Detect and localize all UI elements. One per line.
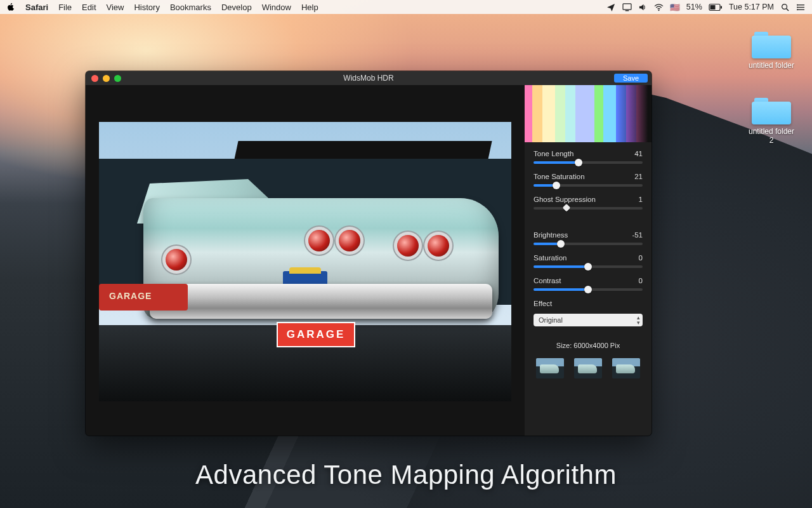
desktop-folder[interactable]: untitled folder (746, 28, 797, 70)
effect-control: Effect Original ▴▾ (534, 300, 643, 326)
menubar-app-name[interactable]: Safari (25, 3, 48, 12)
svg-point-2 (658, 10, 659, 11)
desktop-folder-label: untitled folder (746, 61, 797, 70)
svg-rect-1 (625, 10, 629, 11)
slider-track[interactable] (534, 288, 643, 291)
folder-icon (752, 28, 791, 58)
slider-track[interactable] (534, 243, 643, 245)
svg-rect-0 (623, 3, 631, 9)
preview-image[interactable]: GARAGE (99, 122, 511, 401)
slider-track[interactable] (534, 207, 643, 210)
slider-tone-saturation: Tone Saturation 21 (534, 173, 643, 187)
slider-track[interactable] (534, 265, 643, 268)
macos-menubar: Safari File Edit View History Bookmarks … (0, 0, 812, 14)
image-size-label: Size: 6000x4000 Pix (525, 342, 652, 349)
slider-value: -51 (632, 231, 643, 239)
window-close-button[interactable] (91, 75, 98, 82)
image-preview-pane: GARAGE (86, 85, 525, 436)
effect-label: Effect (534, 300, 643, 307)
thumbnail[interactable] (536, 358, 564, 378)
desktop-folder[interactable]: untitled folder 2 (746, 94, 797, 145)
window-zoom-button[interactable] (114, 75, 121, 82)
menubar-item-history[interactable]: History (134, 3, 159, 12)
slider-controls: Tone Length 41 Tone Saturation 21 (525, 142, 652, 331)
menubar-item-file[interactable]: File (58, 3, 72, 12)
slider-tone-length: Tone Length 41 (534, 150, 643, 164)
window-titlebar[interactable]: WidsMob HDR Save (86, 71, 652, 85)
location-icon[interactable] (606, 3, 616, 11)
svg-point-6 (782, 4, 787, 9)
app-window: WidsMob HDR Save GARAGE (86, 71, 652, 436)
window-title: WidsMob HDR (86, 74, 652, 83)
slider-label: Saturation (534, 254, 566, 262)
slider-value: 0 (639, 277, 643, 284)
battery-percent: 51% (686, 3, 702, 11)
slider-value: 41 (634, 150, 643, 157)
menubar-clock[interactable]: Tue 5:17 PM (729, 3, 774, 11)
desktop: Safari File Edit View History Bookmarks … (0, 0, 812, 508)
slider-contrast: Contrast 0 (534, 277, 643, 291)
battery-icon[interactable] (709, 3, 723, 11)
marketing-caption: Advanced Tone Mapping Algorithm (0, 460, 812, 490)
effect-selected-value: Original (539, 316, 563, 324)
svg-rect-5 (721, 6, 722, 8)
slider-label: Ghost Suppression (534, 196, 596, 203)
apple-logo-icon[interactable] (6, 3, 15, 11)
histogram (525, 85, 652, 142)
slider-value: 1 (639, 196, 643, 203)
slider-saturation: Saturation 0 (534, 254, 643, 268)
slider-value: 0 (639, 254, 643, 262)
menubar-item-view[interactable]: View (107, 3, 124, 12)
svg-line-7 (787, 8, 789, 11)
svg-rect-4 (710, 5, 715, 10)
slider-track[interactable] (534, 184, 643, 187)
chevron-updown-icon: ▴▾ (637, 315, 640, 325)
effect-select[interactable]: Original ▴▾ (534, 314, 643, 326)
desktop-folder-label: untitled folder 2 (746, 127, 797, 145)
slider-label: Contrast (534, 277, 561, 284)
slider-value: 21 (634, 173, 643, 180)
svg-point-12 (797, 6, 798, 8)
window-minimize-button[interactable] (103, 75, 110, 82)
slider-label: Brightness (534, 231, 568, 239)
slider-track[interactable] (534, 161, 643, 164)
slider-label: Tone Saturation (534, 173, 585, 180)
exposure-thumbnails (525, 356, 652, 387)
menubar-item-help[interactable]: Help (301, 3, 318, 12)
menubar-item-develop[interactable]: Develop (221, 3, 252, 12)
slider-label: Tone Length (534, 150, 573, 157)
input-source-flag[interactable]: 🇺🇸 (670, 3, 680, 12)
svg-point-11 (797, 4, 798, 5)
volume-icon[interactable] (638, 3, 648, 11)
screencast-icon[interactable] (622, 3, 632, 11)
notification-center-icon[interactable] (796, 3, 806, 11)
svg-point-13 (797, 9, 798, 10)
menubar-item-bookmarks[interactable]: Bookmarks (170, 3, 211, 12)
spotlight-icon[interactable] (780, 3, 790, 11)
adjustments-panel: Tone Length 41 Tone Saturation 21 (525, 85, 652, 436)
wifi-icon[interactable] (654, 3, 664, 11)
thumbnail[interactable] (574, 358, 602, 378)
slider-ghost-suppression: Ghost Suppression 1 (534, 196, 643, 210)
thumbnail[interactable] (612, 358, 640, 378)
menubar-item-edit[interactable]: Edit (82, 3, 96, 12)
menubar-item-window[interactable]: Window (262, 3, 291, 12)
folder-icon (752, 94, 791, 124)
save-button[interactable]: Save (614, 74, 648, 83)
slider-brightness: Brightness -51 (534, 231, 643, 245)
